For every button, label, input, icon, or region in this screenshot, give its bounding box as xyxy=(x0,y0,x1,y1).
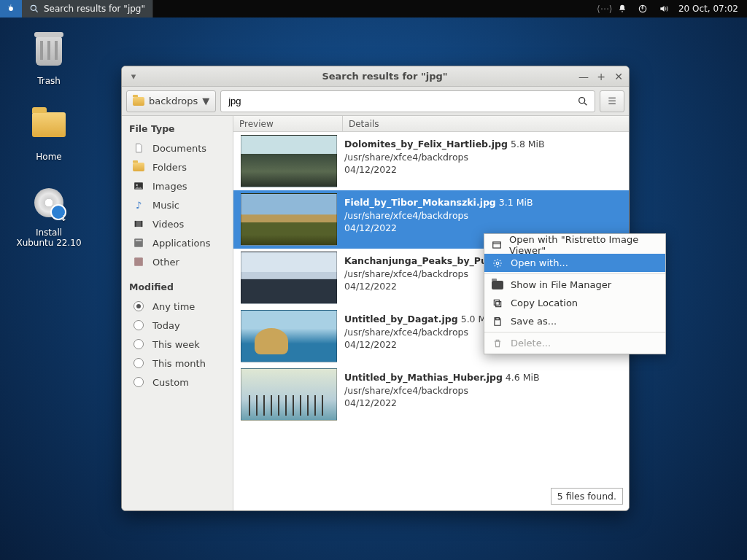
sidebar-item-label: Images xyxy=(152,181,187,192)
folder-icon xyxy=(132,161,145,173)
image-icon xyxy=(132,180,145,192)
close-button[interactable]: ✕ xyxy=(610,66,627,87)
desktop-icon-install[interactable]: ↓ Install Xubuntu 22.10 xyxy=(16,188,82,248)
ctx-separator xyxy=(484,332,665,332)
column-headers: Preview Details xyxy=(233,116,629,132)
sidebar-item-other[interactable]: Other xyxy=(122,252,233,271)
volume-icon[interactable] xyxy=(658,4,668,14)
radio-icon xyxy=(132,300,145,312)
location-button[interactable]: backdrops ▼ xyxy=(126,90,216,112)
svg-rect-16 xyxy=(496,317,500,319)
applications-menu-button[interactable] xyxy=(0,0,22,18)
chevron-down-icon: ▼ xyxy=(202,96,209,106)
column-details[interactable]: Details xyxy=(343,116,629,131)
window-menu-icon[interactable]: ▾ xyxy=(126,71,141,82)
applications-icon xyxy=(132,237,145,249)
sidebar-item-thismonth[interactable]: This month xyxy=(122,354,233,373)
sidebar-item-today[interactable]: Today xyxy=(122,316,233,335)
ctx-label: Copy Location xyxy=(511,298,578,308)
thumbnail xyxy=(241,310,337,362)
sidebar-item-folders[interactable]: Folders xyxy=(122,158,233,176)
location-label: backdrops xyxy=(149,96,198,106)
desktop-icon-home[interactable]: Home xyxy=(16,112,82,162)
sidebar-item-applications[interactable]: Applications xyxy=(122,233,233,252)
notifications-icon[interactable] xyxy=(617,4,627,14)
sidebar-item-label: Any time xyxy=(152,301,195,312)
ctx-copy-location[interactable]: Copy Location xyxy=(484,294,665,312)
ctx-open-with[interactable]: Open with... xyxy=(484,254,665,272)
other-icon xyxy=(132,256,145,268)
panel-left: Search results for "jpg" xyxy=(0,0,153,18)
result-size: 4.6 MiB xyxy=(503,372,540,383)
svg-rect-10 xyxy=(136,240,142,241)
search-input[interactable] xyxy=(227,95,577,107)
result-row[interactable]: Dolomites_by_Felix_Hartlieb.jpg 5.8 MiB/… xyxy=(233,132,629,190)
sidebar-item-documents[interactable]: Documents xyxy=(122,139,233,158)
sidebar-heading-modified: Modified xyxy=(122,279,233,297)
result-date: 04/12/2022 xyxy=(344,397,623,410)
svg-rect-14 xyxy=(496,301,501,306)
svg-rect-12 xyxy=(493,241,501,247)
video-icon xyxy=(132,218,145,230)
radio-icon xyxy=(132,357,145,369)
result-date: 04/12/2022 xyxy=(344,222,623,235)
taskbar-item-label: Search results for "jpg" xyxy=(44,4,145,14)
result-filename: Untitled_by_Dagat.jpg xyxy=(344,314,458,324)
svg-rect-9 xyxy=(134,238,143,247)
sidebar-item-anytime[interactable]: Any time xyxy=(122,297,233,316)
folder-icon xyxy=(32,112,66,137)
hamburger-menu-button[interactable]: ☰ xyxy=(600,90,624,112)
ctx-open-default[interactable]: Open with "Ristretto Image Viewer" xyxy=(484,236,665,254)
column-preview[interactable]: Preview xyxy=(233,116,343,131)
sidebar-item-label: This month xyxy=(152,358,206,369)
result-date: 04/12/2022 xyxy=(344,163,623,176)
taskbar-item-search[interactable]: Search results for "jpg" xyxy=(22,0,153,18)
sidebar-heading-filetype: File Type xyxy=(122,120,233,139)
svg-point-13 xyxy=(496,262,499,265)
sidebar-item-music[interactable]: ♪Music xyxy=(122,195,233,214)
result-filename: Dolomites_by_Felix_Hartlieb.jpg xyxy=(344,139,508,149)
window-title: Search results for "jpg" xyxy=(141,71,629,82)
thumbnail xyxy=(241,135,337,187)
ctx-show-in-fm[interactable]: Show in File Manager xyxy=(484,276,665,294)
result-path: /usr/share/xfce4/backdrops xyxy=(344,384,623,397)
ctx-save-as[interactable]: Save as... xyxy=(484,312,665,330)
desktop-icon-label: Trash xyxy=(16,76,82,86)
thumbnail xyxy=(241,368,337,421)
sidebar-item-custom[interactable]: Custom xyxy=(122,373,233,392)
thumbnail xyxy=(241,193,337,246)
ctx-label: Open with "Ristretto Image Viewer" xyxy=(509,234,658,256)
sidebar-item-videos[interactable]: Videos xyxy=(122,214,233,233)
result-row[interactable]: Untitled_by_Mathias_Huber.jpg 4.6 MiB/us… xyxy=(233,365,629,424)
sidebar-item-label: Applications xyxy=(152,238,210,249)
window-controls: — + ✕ xyxy=(575,66,627,87)
folder-icon xyxy=(133,97,144,106)
network-icon[interactable]: ⟨⋯⟩ xyxy=(597,4,607,14)
sidebar-item-label: Custom xyxy=(152,377,189,388)
svg-rect-15 xyxy=(494,300,499,305)
file-manager-icon xyxy=(492,279,503,291)
desktop-icons: Trash Home ↓ Install Xubuntu 22.10 xyxy=(16,34,96,274)
context-menu: Open with "Ristretto Image Viewer" Open … xyxy=(484,233,666,354)
power-icon[interactable] xyxy=(638,4,648,14)
result-info: Dolomites_by_Felix_Hartlieb.jpg 5.8 MiB/… xyxy=(343,132,629,190)
search-field[interactable] xyxy=(220,90,595,112)
radio-icon xyxy=(132,319,145,331)
desktop-icon-label: Install Xubuntu 22.10 xyxy=(16,228,82,248)
svg-point-3 xyxy=(579,97,585,103)
maximize-button[interactable]: + xyxy=(592,66,610,87)
sidebar-item-label: Videos xyxy=(152,219,184,230)
sidebar-item-label: Music xyxy=(152,200,179,211)
sidebar-item-images[interactable]: Images xyxy=(122,176,233,195)
titlebar[interactable]: ▾ Search results for "jpg" — + ✕ xyxy=(122,66,629,87)
desktop-icon-trash[interactable]: Trash xyxy=(16,36,82,86)
ctx-label: Save as... xyxy=(511,316,557,327)
music-icon: ♪ xyxy=(132,199,145,211)
svg-point-1 xyxy=(31,5,36,10)
sidebar-item-label: Other xyxy=(152,257,179,268)
minimize-button[interactable]: — xyxy=(575,66,592,87)
clock[interactable]: 20 Oct, 07:02 xyxy=(678,4,738,14)
result-path: /usr/share/xfce4/backdrops xyxy=(344,151,623,164)
sidebar-item-thisweek[interactable]: This week xyxy=(122,335,233,354)
ctx-label: Open with... xyxy=(511,257,568,268)
